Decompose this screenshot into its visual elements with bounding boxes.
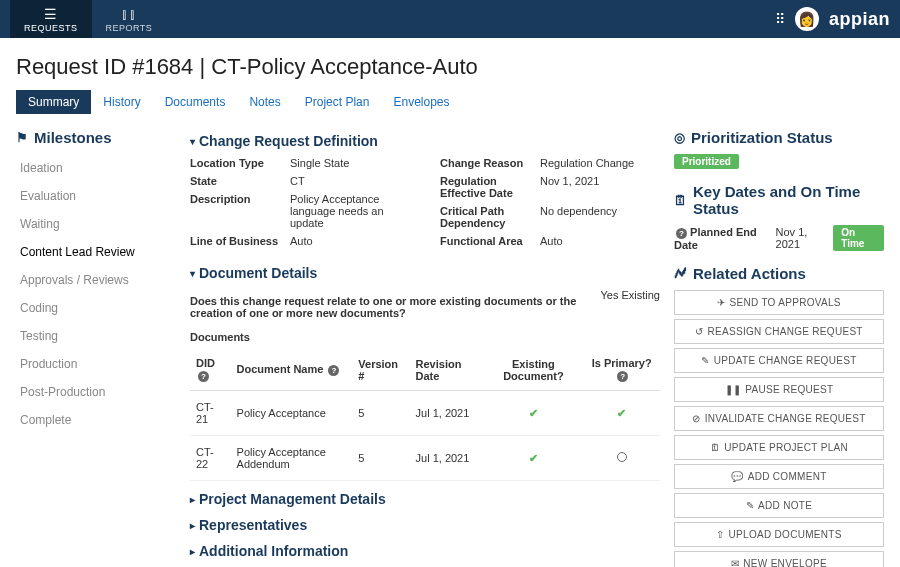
avatar[interactable]: 👩 (795, 7, 819, 31)
field-label: Regulation Effective Date (440, 175, 540, 199)
top-navbar: ☰ REQUESTS ⫿⫿ REPORTS ⠿ 👩 appian (0, 0, 900, 38)
action-update-plan[interactable]: 🗓UPDATE PROJECT PLAN (674, 435, 884, 460)
tab-summary[interactable]: Summary (16, 90, 91, 114)
nav-tab-requests[interactable]: ☰ REQUESTS (10, 0, 92, 38)
milestone-item[interactable]: Evaluation (16, 182, 176, 210)
nav-tab-reports[interactable]: ⫿⫿ REPORTS (92, 0, 167, 38)
section-label: Key Dates and On Time Status (693, 183, 884, 217)
action-reassign[interactable]: ↺REASSIGN CHANGE REQUEST (674, 319, 884, 344)
action-add-comment[interactable]: 💬ADD COMMENT (674, 464, 884, 489)
details-column: ▾ Change Request Definition Location Typ… (190, 129, 660, 567)
milestone-item[interactable]: Waiting (16, 210, 176, 238)
cell-primary (583, 436, 660, 481)
field-label: Line of Business (190, 235, 290, 247)
pause-icon: ❚❚ (725, 384, 742, 395)
accordion-representatives[interactable]: ▸ Representatives (190, 517, 660, 533)
col-revision-date[interactable]: Revision Date (410, 349, 484, 391)
field-label: Location Type (190, 157, 290, 169)
help-icon[interactable]: ? (676, 228, 687, 239)
chart-icon: ⫿⫿ (121, 6, 136, 22)
apps-grid-icon[interactable]: ⠿ (775, 11, 785, 27)
field-value: Single State (290, 157, 410, 169)
cell-name: Policy Acceptance (231, 391, 353, 436)
action-add-note[interactable]: ✎ADD NOTE (674, 493, 884, 518)
plane-icon: ✈ (717, 297, 725, 308)
action-send-to-approvals[interactable]: ✈SEND TO APPROVALS (674, 290, 884, 315)
action-new-envelope[interactable]: ✉NEW ENVELOPE (674, 551, 884, 567)
accordion-label: Change Request Definition (199, 133, 378, 149)
milestone-item[interactable]: Complete (16, 406, 176, 434)
topbar-tabs: ☰ REQUESTS ⫿⫿ REPORTS (10, 0, 166, 38)
milestone-item[interactable]: Coding (16, 294, 176, 322)
field-value: No dependency (540, 205, 660, 229)
action-update-request[interactable]: ✎UPDATE CHANGE REQUEST (674, 348, 884, 373)
milestone-item[interactable]: Approvals / Reviews (16, 266, 176, 294)
tab-history[interactable]: History (91, 90, 152, 114)
page-body: Request ID #1684 | CT-Policy Acceptance-… (0, 38, 900, 567)
accordion-label: Project Management Details (199, 491, 386, 507)
check-icon: ✔ (529, 452, 538, 464)
cell-date: Jul 1, 2021 (410, 436, 484, 481)
envelope-icon: ✉ (731, 558, 739, 567)
chevron-down-icon: ▾ (190, 268, 195, 279)
accordion-label: Additional Information (199, 543, 348, 559)
section-label: Related Actions (693, 265, 806, 282)
cell-version: 5 (352, 391, 409, 436)
help-icon[interactable]: ? (198, 371, 209, 382)
prohibit-icon: ⊘ (692, 413, 700, 424)
topbar-right: ⠿ 👩 appian (775, 7, 890, 31)
planned-end-date-row: ? Planned End Date Nov 1, 2021 On Time (674, 225, 884, 251)
field-label: Description (190, 193, 290, 229)
tab-envelopes[interactable]: Envelopes (381, 90, 461, 114)
accordion-project-mgmt[interactable]: ▸ Project Management Details (190, 491, 660, 507)
col-existing[interactable]: Existing Document? (483, 349, 583, 391)
calendar-icon: 🗓 (674, 193, 687, 208)
accordion-change-request-def[interactable]: ▾ Change Request Definition (190, 133, 660, 149)
check-icon: ✔ (529, 407, 538, 419)
tab-notes[interactable]: Notes (237, 90, 292, 114)
field-value: Nov 1, 2021 (540, 175, 660, 199)
col-version[interactable]: Version # (352, 349, 409, 391)
sidebar-right: ◎ Prioritization Status Prioritized 🗓 Ke… (674, 129, 884, 567)
col-did[interactable]: DID ? (190, 349, 231, 391)
col-primary[interactable]: Is Primary? ? (583, 349, 660, 391)
col-doc-name[interactable]: Document Name ? (231, 349, 353, 391)
milestone-item[interactable]: Ideation (16, 154, 176, 182)
field-value: Auto (290, 235, 410, 247)
table-row[interactable]: CT-22 Policy Acceptance Addendum 5 Jul 1… (190, 436, 660, 481)
documents-table: DID ? Document Name ? Version # Revision… (190, 349, 660, 481)
tab-documents[interactable]: Documents (153, 90, 238, 114)
chevron-right-icon: ▸ (190, 520, 195, 531)
action-invalidate[interactable]: ⊘INVALIDATE CHANGE REQUEST (674, 406, 884, 431)
milestone-item-current[interactable]: Content Lead Review (16, 238, 176, 266)
related-actions-header: 🗲 Related Actions (674, 265, 884, 282)
accordion-additional-info[interactable]: ▸ Additional Information (190, 543, 660, 559)
milestone-item[interactable]: Production (16, 350, 176, 378)
cell-date: Jul 1, 2021 (410, 391, 484, 436)
chevron-right-icon: ▸ (190, 494, 195, 505)
milestone-item[interactable]: Post-Production (16, 378, 176, 406)
cell-did: CT-22 (190, 436, 231, 481)
action-pause[interactable]: ❚❚PAUSE REQUEST (674, 377, 884, 402)
cell-version: 5 (352, 436, 409, 481)
check-icon: ✔ (617, 407, 626, 419)
pencil-icon: ✎ (746, 500, 754, 511)
section-label: Milestones (34, 129, 112, 146)
chevron-down-icon: ▾ (190, 136, 195, 147)
help-icon[interactable]: ? (617, 371, 628, 382)
table-row[interactable]: CT-21 Policy Acceptance 5 Jul 1, 2021 ✔ … (190, 391, 660, 436)
section-label: Prioritization Status (691, 129, 833, 146)
milestone-item[interactable]: Testing (16, 322, 176, 350)
action-upload-docs[interactable]: ⇧UPLOAD DOCUMENTS (674, 522, 884, 547)
help-icon[interactable]: ? (328, 365, 339, 376)
accordion-document-details[interactable]: ▾ Document Details (190, 265, 660, 281)
record-tabs: Summary History Documents Notes Project … (16, 90, 884, 115)
field-value: Regulation Change (540, 157, 660, 169)
status-badge-ontime: On Time (833, 225, 884, 251)
refresh-icon: ↺ (695, 326, 703, 337)
calendar-icon: 🗓 (710, 442, 720, 453)
comment-icon: 💬 (731, 471, 743, 482)
brand-logo: appian (829, 9, 890, 30)
tab-project-plan[interactable]: Project Plan (293, 90, 382, 114)
question-text: Does this change request relate to one o… (190, 295, 580, 319)
